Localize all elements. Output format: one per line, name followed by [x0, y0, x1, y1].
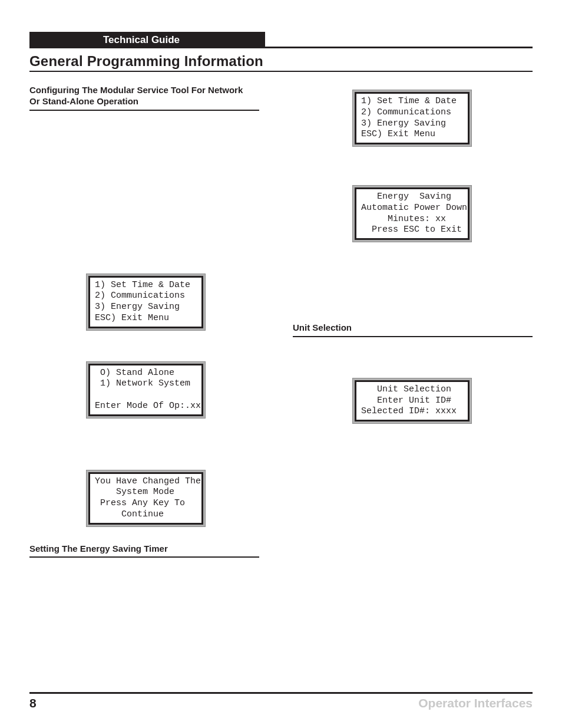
left-column: Configuring The Modular Service Tool For…: [29, 85, 269, 558]
energy-timer-heading: Setting The Energy Saving Timer: [29, 543, 247, 555]
lcd-screen-unit: Unit Selection Enter Unit ID# Selected I…: [355, 380, 470, 421]
lcd-main-menu-right: 1) Set Time & Date 2) Communications 3) …: [355, 92, 470, 144]
right-column: 1) Set Time & Date 2) Communications 3) …: [293, 85, 533, 558]
lcd-screen-mode: O) Stand Alone 1) Network System Enter M…: [88, 364, 203, 416]
lcd-screen-energy: Energy Saving Automatic Power Down Minut…: [355, 187, 470, 240]
lcd-main-menu: 1) Set Time & Date 2) Communications 3) …: [88, 276, 203, 328]
energy-timer-rule: [29, 556, 259, 558]
footer-rule: [29, 692, 533, 694]
lcd-unit-selection: Unit Selection Enter Unit ID# Selected I…: [355, 380, 470, 421]
content-columns: Configuring The Modular Service Tool For…: [29, 85, 533, 558]
footer: 8 Operator Interfaces: [29, 692, 533, 710]
guide-title: Technical Guide: [29, 34, 180, 45]
footer-label: Operator Interfaces: [418, 696, 533, 710]
lcd-mode-changed: You Have Changed The System Mode Press A…: [88, 472, 203, 525]
lcd-screen-changed: You Have Changed The System Mode Press A…: [88, 472, 203, 525]
configuring-heading: Configuring The Modular Service Tool For…: [29, 85, 247, 107]
lcd-energy-saving: Energy Saving Automatic Power Down Minut…: [355, 187, 470, 240]
unit-selection-heading: Unit Selection: [293, 322, 511, 334]
lcd-screen-menu-right: 1) Set Time & Date 2) Communications 3) …: [355, 92, 470, 144]
header-band: Technical Guide: [29, 32, 265, 48]
page-number: 8: [29, 696, 37, 710]
lcd-screen-menu: 1) Set Time & Date 2) Communications 3) …: [88, 276, 203, 328]
footer-line: 8 Operator Interfaces: [29, 696, 533, 710]
page-title: General Programming Information: [29, 53, 533, 70]
title-rule: [29, 71, 533, 72]
lcd-mode-select: O) Stand Alone 1) Network System Enter M…: [88, 364, 203, 416]
